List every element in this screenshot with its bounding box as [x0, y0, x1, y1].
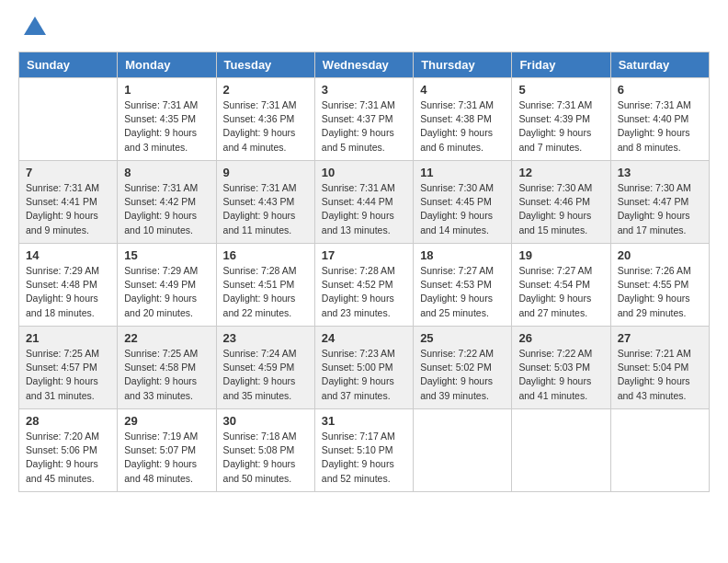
calendar-cell: 6Sunrise: 7:31 AMSunset: 4:40 PMDaylight… [610, 78, 709, 161]
calendar-cell: 25Sunrise: 7:22 AMSunset: 5:02 PMDayligh… [414, 327, 512, 409]
day-number: 4 [420, 83, 505, 97]
day-info: Sunrise: 7:31 AMSunset: 4:37 PMDaylight:… [322, 98, 406, 155]
calendar-cell [610, 409, 709, 492]
day-info: Sunrise: 7:19 AMSunset: 5:07 PMDaylight:… [124, 430, 209, 486]
day-info: Sunrise: 7:22 AMSunset: 5:02 PMDaylight:… [420, 347, 505, 403]
day-number: 6 [618, 83, 702, 97]
day-number: 8 [124, 166, 209, 179]
calendar-week-row: 21Sunrise: 7:25 AMSunset: 4:57 PMDayligh… [19, 327, 710, 409]
calendar-cell [19, 78, 118, 161]
day-number: 7 [26, 166, 110, 179]
day-number: 17 [322, 248, 406, 262]
day-number: 27 [618, 331, 702, 345]
calendar-cell: 31Sunrise: 7:17 AMSunset: 5:10 PMDayligh… [314, 409, 413, 492]
day-number: 21 [26, 331, 110, 345]
day-info: Sunrise: 7:25 AMSunset: 4:57 PMDaylight:… [26, 347, 110, 403]
day-number: 12 [518, 166, 603, 179]
day-number: 3 [322, 83, 406, 97]
calendar-cell: 15Sunrise: 7:29 AMSunset: 4:49 PMDayligh… [118, 244, 216, 327]
day-number: 23 [223, 331, 308, 345]
day-number: 30 [223, 414, 308, 428]
day-info: Sunrise: 7:31 AMSunset: 4:35 PMDaylight:… [124, 98, 209, 155]
day-number: 13 [618, 166, 702, 179]
day-info: Sunrise: 7:31 AMSunset: 4:42 PMDaylight:… [124, 181, 209, 237]
calendar-header-thursday: Thursday [414, 52, 512, 78]
calendar-week-row: 1Sunrise: 7:31 AMSunset: 4:35 PMDaylight… [19, 78, 710, 161]
day-number: 5 [518, 83, 603, 97]
day-number: 10 [322, 166, 406, 179]
calendar-cell: 11Sunrise: 7:30 AMSunset: 4:45 PMDayligh… [414, 161, 512, 244]
day-info: Sunrise: 7:27 AMSunset: 4:53 PMDaylight:… [420, 264, 505, 320]
logo [18, 15, 48, 40]
day-number: 9 [223, 166, 308, 179]
logo-icon [22, 15, 48, 40]
calendar-cell: 24Sunrise: 7:23 AMSunset: 5:00 PMDayligh… [314, 327, 413, 409]
day-info: Sunrise: 7:22 AMSunset: 5:03 PMDaylight:… [518, 347, 603, 403]
day-info: Sunrise: 7:31 AMSunset: 4:36 PMDaylight:… [223, 98, 308, 155]
calendar-header-friday: Friday [512, 52, 610, 78]
calendar-cell: 17Sunrise: 7:28 AMSunset: 4:52 PMDayligh… [314, 244, 413, 327]
calendar-cell: 9Sunrise: 7:31 AMSunset: 4:43 PMDaylight… [216, 161, 314, 244]
day-info: Sunrise: 7:31 AMSunset: 4:39 PMDaylight:… [518, 98, 603, 155]
calendar-cell: 1Sunrise: 7:31 AMSunset: 4:35 PMDaylight… [118, 78, 216, 161]
calendar-header-row: SundayMondayTuesdayWednesdayThursdayFrid… [19, 52, 710, 78]
calendar-cell [512, 409, 610, 492]
calendar-cell: 3Sunrise: 7:31 AMSunset: 4:37 PMDaylight… [314, 78, 413, 161]
svg-marker-0 [24, 17, 46, 35]
day-number: 20 [618, 248, 702, 262]
calendar-cell: 22Sunrise: 7:25 AMSunset: 4:58 PMDayligh… [118, 327, 216, 409]
calendar-cell: 14Sunrise: 7:29 AMSunset: 4:48 PMDayligh… [19, 244, 118, 327]
day-number: 25 [420, 331, 505, 345]
day-info: Sunrise: 7:31 AMSunset: 4:40 PMDaylight:… [618, 98, 702, 155]
day-number: 11 [420, 166, 505, 179]
calendar-header-tuesday: Tuesday [216, 52, 314, 78]
calendar-cell: 8Sunrise: 7:31 AMSunset: 4:42 PMDaylight… [118, 161, 216, 244]
day-info: Sunrise: 7:25 AMSunset: 4:58 PMDaylight:… [124, 347, 209, 403]
calendar-cell: 18Sunrise: 7:27 AMSunset: 4:53 PMDayligh… [414, 244, 512, 327]
calendar-week-row: 14Sunrise: 7:29 AMSunset: 4:48 PMDayligh… [19, 244, 710, 327]
calendar-cell: 13Sunrise: 7:30 AMSunset: 4:47 PMDayligh… [610, 161, 709, 244]
day-info: Sunrise: 7:28 AMSunset: 4:51 PMDaylight:… [223, 264, 308, 320]
day-number: 28 [26, 414, 110, 428]
day-info: Sunrise: 7:27 AMSunset: 4:54 PMDaylight:… [518, 264, 603, 320]
day-info: Sunrise: 7:17 AMSunset: 5:10 PMDaylight:… [322, 430, 406, 486]
calendar-header-saturday: Saturday [610, 52, 709, 78]
calendar-cell: 27Sunrise: 7:21 AMSunset: 5:04 PMDayligh… [610, 327, 709, 409]
calendar-cell: 21Sunrise: 7:25 AMSunset: 4:57 PMDayligh… [19, 327, 118, 409]
day-info: Sunrise: 7:30 AMSunset: 4:47 PMDaylight:… [618, 181, 702, 237]
day-number: 26 [518, 331, 603, 345]
day-info: Sunrise: 7:28 AMSunset: 4:52 PMDaylight:… [322, 264, 406, 320]
day-info: Sunrise: 7:31 AMSunset: 4:43 PMDaylight:… [223, 181, 308, 237]
calendar-header-wednesday: Wednesday [314, 52, 413, 78]
day-info: Sunrise: 7:26 AMSunset: 4:55 PMDaylight:… [618, 264, 702, 320]
calendar-cell: 7Sunrise: 7:31 AMSunset: 4:41 PMDaylight… [19, 161, 118, 244]
calendar-cell: 10Sunrise: 7:31 AMSunset: 4:44 PMDayligh… [314, 161, 413, 244]
day-number: 18 [420, 248, 505, 262]
day-info: Sunrise: 7:31 AMSunset: 4:38 PMDaylight:… [420, 98, 505, 155]
calendar-cell: 28Sunrise: 7:20 AMSunset: 5:06 PMDayligh… [19, 409, 118, 492]
calendar-cell: 5Sunrise: 7:31 AMSunset: 4:39 PMDaylight… [512, 78, 610, 161]
day-info: Sunrise: 7:30 AMSunset: 4:46 PMDaylight:… [518, 181, 603, 237]
day-info: Sunrise: 7:21 AMSunset: 5:04 PMDaylight:… [618, 347, 702, 403]
calendar-cell: 26Sunrise: 7:22 AMSunset: 5:03 PMDayligh… [512, 327, 610, 409]
header [18, 15, 710, 40]
day-info: Sunrise: 7:29 AMSunset: 4:48 PMDaylight:… [26, 264, 110, 320]
day-info: Sunrise: 7:29 AMSunset: 4:49 PMDaylight:… [124, 264, 209, 320]
day-number: 16 [223, 248, 308, 262]
calendar-table: SundayMondayTuesdayWednesdayThursdayFrid… [18, 52, 710, 492]
calendar-header-sunday: Sunday [19, 52, 118, 78]
calendar-week-row: 28Sunrise: 7:20 AMSunset: 5:06 PMDayligh… [19, 409, 710, 492]
calendar-cell [414, 409, 512, 492]
calendar-header-monday: Monday [118, 52, 216, 78]
day-info: Sunrise: 7:20 AMSunset: 5:06 PMDaylight:… [26, 430, 110, 486]
day-number: 1 [124, 83, 209, 97]
day-number: 15 [124, 248, 209, 262]
day-info: Sunrise: 7:24 AMSunset: 4:59 PMDaylight:… [223, 347, 308, 403]
day-number: 31 [322, 414, 406, 428]
day-number: 29 [124, 414, 209, 428]
day-number: 24 [322, 331, 406, 345]
calendar-cell: 16Sunrise: 7:28 AMSunset: 4:51 PMDayligh… [216, 244, 314, 327]
calendar-cell: 20Sunrise: 7:26 AMSunset: 4:55 PMDayligh… [610, 244, 709, 327]
calendar-cell: 29Sunrise: 7:19 AMSunset: 5:07 PMDayligh… [118, 409, 216, 492]
day-number: 2 [223, 83, 308, 97]
